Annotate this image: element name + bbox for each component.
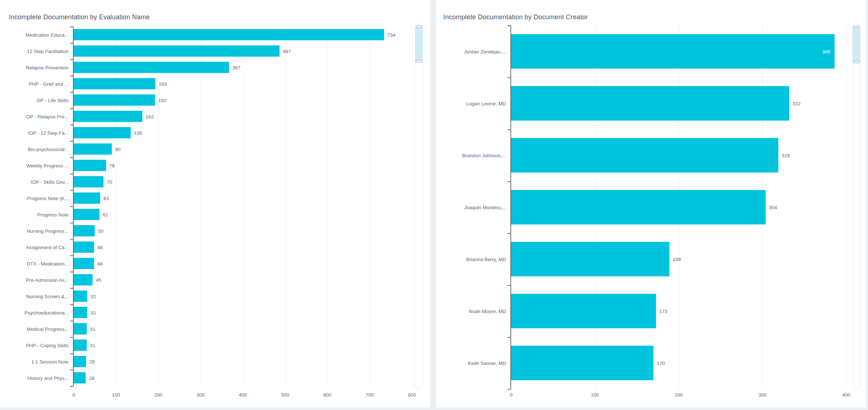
value-label: 29 [89, 359, 95, 364]
x-axis-tick-label: 300 [196, 392, 205, 398]
category-tick [508, 25, 511, 26]
bar[interactable] [511, 86, 789, 121]
bar[interactable] [74, 372, 86, 383]
x-axis-tick-label: 100 [112, 392, 120, 398]
x-axis-tick-label: 0 [72, 392, 75, 398]
bar[interactable] [74, 78, 155, 89]
category-label: Brandon Johnson,... [436, 153, 506, 158]
category-label: Nursing Progress... [0, 228, 69, 234]
category-label: Keith Sasher, MD [436, 360, 506, 366]
bar[interactable] [511, 346, 653, 380]
gridline [327, 27, 328, 386]
category-label: Joaquin Montero,... [436, 204, 506, 210]
category-tick [70, 337, 73, 338]
scrollbar-thumb[interactable] [415, 26, 423, 62]
bar[interactable] [74, 307, 87, 318]
gridline [412, 27, 412, 386]
bar[interactable] [74, 356, 86, 367]
category-label: Logan Levine, MD [436, 101, 506, 106]
value-label: 48 [97, 244, 103, 250]
bar[interactable] [74, 127, 131, 138]
x-axis-tick-label: 800 [408, 392, 416, 398]
category-tick [70, 157, 73, 158]
category-label: History and Phys... [0, 375, 69, 381]
scrollbar-thumb[interactable] [853, 26, 860, 63]
value-label: 332 [792, 101, 801, 106]
category-label: Relapse Prevention [0, 65, 69, 70]
bar[interactable] [511, 190, 766, 224]
bar[interactable] [74, 176, 103, 187]
category-label: 12 Step Facilitation [0, 48, 69, 54]
x-axis-tick-label: 200 [154, 392, 163, 398]
bar[interactable] [511, 242, 669, 276]
gridline [243, 27, 243, 386]
bar[interactable] [74, 62, 229, 73]
value-label: 162 [146, 114, 154, 119]
value-label: 170 [657, 360, 665, 366]
category-label: Medication Educa... [0, 32, 69, 37]
category-label: Nursing Screen &... [0, 293, 69, 299]
bar[interactable] [74, 111, 142, 122]
scrollbar-track[interactable] [852, 25, 860, 389]
scroll-handle-top[interactable] [416, 25, 422, 28]
scrollbar-track[interactable] [415, 25, 423, 389]
bar[interactable] [74, 192, 100, 204]
category-tick [508, 337, 511, 338]
bar[interactable] [74, 45, 280, 57]
bar[interactable] [74, 258, 94, 269]
category-tick [508, 77, 511, 78]
x-axis-tick-label: 500 [281, 392, 289, 398]
value-label: 76 [109, 163, 115, 168]
chart-card-evaluation-name: Incomplete Documentation by Evaluation N… [0, 0, 430, 407]
category-tick [70, 304, 73, 305]
bar[interactable] [74, 29, 384, 40]
x-axis-tick-label: 100 [591, 392, 599, 398]
x-axis-tick-label: 400 [239, 392, 247, 398]
bar[interactable] [511, 294, 656, 328]
category-label: Progress Note (K... [0, 195, 69, 201]
dashboard: Incomplete Documentation by Evaluation N… [0, 0, 868, 410]
value-label: 70 [107, 179, 112, 184]
value-label: 90 [115, 146, 121, 152]
bar[interactable] [74, 323, 87, 334]
category-tick [508, 285, 511, 286]
category-tick [70, 92, 73, 93]
category-label: PHP - Grief and ... [0, 81, 69, 86]
value-label: 189 [673, 256, 681, 262]
bar[interactable] [74, 241, 94, 253]
category-tick [70, 206, 73, 207]
scroll-handle-top[interactable] [853, 25, 860, 28]
value-label: 135 [134, 130, 142, 135]
category-tick [70, 321, 73, 321]
gridline [201, 27, 201, 386]
category-label: IOP - 12 Step Fa... [0, 130, 69, 135]
value-label: 31 [90, 342, 95, 348]
x-axis-tick-label: 600 [323, 392, 332, 398]
bar[interactable] [74, 225, 95, 236]
bar[interactable] [74, 160, 106, 171]
value-label: 61 [103, 212, 108, 217]
category-tick [70, 59, 73, 60]
bar[interactable] [511, 138, 778, 172]
category-label: DTX - Medication... [0, 261, 69, 266]
value-label: 63 [103, 195, 109, 201]
category-label: PHP - Coping Skills [0, 342, 69, 348]
value-label: 28 [89, 375, 94, 381]
bar[interactable] [74, 274, 93, 285]
category-label: Medical Progress... [0, 326, 69, 332]
bar[interactable] [511, 34, 835, 69]
chart-card-document-creator: Incomplete Documentation by Document Cre… [436, 0, 866, 407]
value-label: 319 [782, 153, 790, 158]
bar[interactable] [74, 340, 87, 351]
chart-title-document-creator: Incomplete Documentation by Document Cre… [443, 13, 588, 21]
category-tick [70, 353, 73, 354]
value-label: 32 [90, 293, 96, 299]
category-tick [508, 129, 511, 130]
scroll-handle-bottom[interactable] [853, 61, 860, 64]
bar[interactable] [74, 143, 112, 155]
scroll-handle-bottom[interactable] [416, 60, 422, 63]
bar[interactable] [74, 209, 99, 220]
bar[interactable] [74, 94, 155, 106]
category-label: Psychoeducationa... [0, 310, 69, 315]
bar[interactable] [74, 291, 87, 302]
